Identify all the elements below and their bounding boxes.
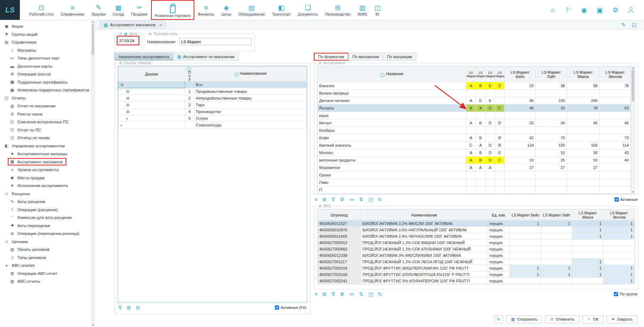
table-row[interactable]: 4600605010976БИОЙОГ.АКТИВИА 3.5% НАТУРАЛ… (318, 227, 635, 233)
tree-node-icon[interactable]: ● (126, 117, 128, 120)
by-group-checkbox[interactable]: По группе (614, 292, 638, 296)
tab-by-matrices[interactable]: По матрицам (383, 53, 416, 61)
column-header-format[interactable]: LS Маркет Лайт (536, 67, 567, 82)
collapse-icon[interactable]: ⊖ (318, 204, 321, 208)
rows-icon[interactable]: ≡ (315, 291, 317, 297)
sidebar-item[interactable]: ◕АВС-анализ (0, 261, 91, 270)
column-header[interactable]: LS Маркет Макси (572, 210, 604, 220)
column-header[interactable]: Штрихкод (318, 210, 361, 220)
scroll-down-icon[interactable]: ▼ (91, 323, 94, 327)
gear-icon[interactable]: ⚙ (340, 197, 344, 202)
sidebar-item[interactable]: ⚙Операции (касса) (0, 70, 91, 78)
table-row[interactable]: Венкон матрица (318, 90, 631, 97)
toolbar-item[interactable]: ▦Склад (109, 0, 128, 20)
toolbar-item[interactable]: ◈Цены (218, 0, 235, 20)
active-checkbox[interactable]: Активные (615, 197, 638, 202)
tab-assortment-assignment[interactable]: Назначение ассортимента (115, 53, 173, 61)
scroll-thumb[interactable] (92, 24, 94, 55)
sidebar-item[interactable]: ▬Дисконтные карты (0, 62, 91, 71)
table-row[interactable]: Орехи (318, 171, 631, 179)
sort-icon[interactable]: ∧ (380, 73, 384, 77)
tree-node-icon[interactable]: ⊞ (126, 96, 129, 100)
table-row[interactable]: КетчупABDD20304545 (318, 119, 631, 127)
numbered-list-icon[interactable]: ≔ (349, 197, 354, 202)
table-row[interactable]: ⊞3Тара (118, 102, 307, 108)
toolbar-item[interactable]: ≡Справочники (57, 0, 88, 20)
toolbar-item[interactable]: ▥WMS (354, 0, 371, 20)
sidebar-item[interactable]: ▧АВС-отчеты (0, 277, 91, 286)
column-header[interactable]: LS Маркет Лайт (541, 210, 572, 220)
collapse-icon[interactable]: ⊖ (119, 61, 122, 65)
table-row[interactable]: ЙогуртыBADC48337863 (318, 105, 631, 112)
toolbar-item[interactable]: ⊞Производство (322, 0, 354, 20)
sidebar-scrollbar[interactable]: ▲ ▼ (91, 20, 94, 327)
grid-icon[interactable]: ⊞ (322, 197, 327, 202)
network-name-input[interactable] (179, 38, 252, 45)
column-header-name[interactable]: ∧Наименование (194, 67, 307, 81)
toolbar-item[interactable]: ▤Оборудование (235, 0, 268, 20)
tree-node-icon[interactable]: ⊞ (126, 90, 129, 94)
sidebar-item[interactable]: ☆Операции (расценка) (0, 206, 91, 214)
active-f6-checkbox-input[interactable] (275, 305, 279, 310)
column-header-format[interactable]: LS Маркет Эконом (600, 67, 631, 82)
tree-node-icon[interactable]: ● (121, 124, 122, 126)
export-icon[interactable]: ◳ (368, 291, 373, 297)
table-row[interactable]: 4605627000882ПРОД.ЙОГ.НЕЖНЫЙ 1.2% СОК КЛ… (318, 246, 635, 252)
table-row[interactable]: БакалеяABED20389878 (318, 82, 631, 90)
filter-icon[interactable]: ∇ (332, 197, 335, 202)
table-row[interactable]: Детское питаниеADE45235295 (318, 97, 631, 105)
sidebar-item[interactable]: ⊟Операции (переоценка-розница) (0, 230, 91, 238)
collapse-icon[interactable]: ⊟ (136, 305, 140, 310)
resize-icon[interactable]: ◱ (632, 22, 637, 28)
collapse-icon[interactable]: ⊖ (149, 32, 151, 36)
collapse-icon[interactable]: ⊖ (318, 61, 321, 65)
sidebar-item[interactable]: ▥Операции АВС-отчет (0, 270, 91, 278)
sidebar-item[interactable]: ▭Типы дисконтных карт (0, 54, 91, 62)
sidebar-item[interactable]: ◉Места продаж (0, 174, 91, 182)
rows-icon[interactable]: ≡ (315, 197, 317, 202)
sidebar-item[interactable]: ▼Ассортиментные матрицы (0, 150, 91, 158)
reload-icon[interactable]: ↻ (378, 291, 382, 297)
scroll-up-icon[interactable]: ▲ (631, 66, 635, 70)
toolbar-item[interactable]: ✎Закупки (88, 0, 109, 20)
date-input[interactable] (118, 37, 138, 44)
sidebar-item[interactable]: ▥Отчет по магазинам (0, 102, 91, 110)
table-row[interactable]: молочные продуктыABDC10255040 (318, 157, 631, 164)
sort-icon[interactable]: ⇅ (359, 291, 363, 297)
gear-icon[interactable]: ⚙ (340, 291, 344, 297)
sidebar-item[interactable]: ☑Списания испорченных ПС (0, 118, 91, 126)
refresh-button[interactable]: ↻ (494, 315, 503, 323)
toolbar-item[interactable]: ✑Продажи (128, 0, 151, 20)
scroll-down-icon[interactable]: ▼ (631, 190, 635, 194)
column-header-format[interactable]: LS Маркет (476, 67, 485, 82)
column-header-format[interactable]: LS Маркет (495, 67, 505, 82)
column-header-name[interactable]: ∧Название (318, 67, 466, 82)
sidebar-item[interactable]: ▤Справочники (0, 38, 91, 46)
sidebar-item[interactable]: ◇Типы ценников (0, 254, 91, 262)
sidebar-item[interactable]: ▼Исполнения ассортимента (0, 182, 91, 190)
tree-node-icon[interactable]: ⊟ (121, 83, 123, 87)
tab-by-formats[interactable]: По форматам (314, 53, 349, 61)
ok-button[interactable]: ✓ ОК (582, 315, 604, 323)
reload-icon[interactable]: ↻ (378, 197, 382, 202)
pencil-icon[interactable]: ✎ (621, 22, 626, 28)
table-row[interactable]: 4605627003241ПРОД.ЙОГ.ФРУТТИС 5% КЛУБН/П… (318, 278, 635, 284)
feedback-icon[interactable]: ▣ (596, 6, 603, 14)
toolbar-item-retail-trade[interactable]: Розничная торговля (151, 0, 194, 20)
active-checkbox-input[interactable] (615, 197, 619, 202)
toolbar-item[interactable]: ⊡Рабочий стол (26, 0, 57, 20)
table-row[interactable]: КофеABB427373 (318, 134, 631, 142)
table-row[interactable]: Колбасы (318, 127, 631, 134)
scroll-thumb[interactable] (632, 70, 634, 101)
column-header-format[interactable]: LS Маркет (466, 67, 476, 82)
table-row[interactable]: Пиво (318, 179, 631, 186)
table-row[interactable]: ●5Услуги (118, 115, 307, 122)
table-row[interactable]: 4600605011027БИОЙОГ.АКТИВИА 3.2% МЮСЛИ 1… (318, 220, 635, 227)
sidebar-item[interactable]: ▦Номиналы подарочных сертификатов (0, 86, 91, 94)
filter-icon[interactable]: ∇ (118, 305, 122, 310)
sidebar-item[interactable]: ✚Акты переоценки (0, 222, 91, 230)
tree-node-icon[interactable]: ⊞ (126, 103, 129, 107)
sidebar-item[interactable]: ▣Акции (0, 22, 91, 30)
expand-icon[interactable]: ⊞ (127, 305, 131, 310)
user-icon[interactable] (628, 7, 633, 13)
